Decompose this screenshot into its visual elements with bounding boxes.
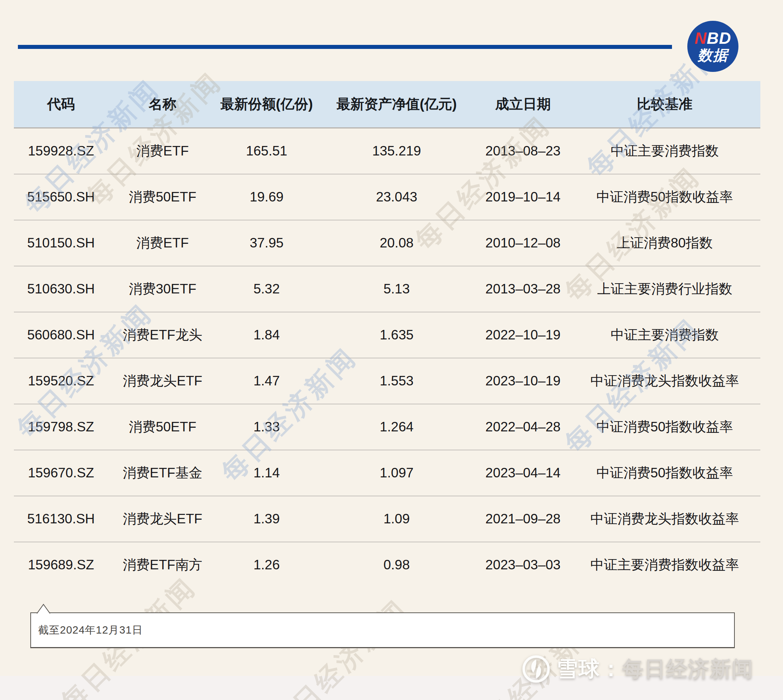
cell-code: 510630.SH	[14, 282, 108, 297]
cell-shares: 5.32	[217, 282, 316, 297]
cell-shares: 1.26	[217, 557, 316, 573]
cell-shares: 1.39	[217, 511, 316, 527]
cell-code: 159689.SZ	[14, 557, 108, 573]
cell-nav: 20.08	[316, 235, 477, 251]
table-row: 516130.SH 消费龙头ETF 1.39 1.09 2021–09–28 中…	[14, 497, 760, 542]
cell-date: 2013–08–23	[477, 143, 569, 159]
table-row: 515650.SH 消费50ETF 19.69 23.043 2019–10–1…	[14, 175, 760, 220]
xueqiu-logo-icon	[521, 654, 551, 683]
col-header-code: 代码	[14, 95, 108, 113]
cell-code: 516130.SH	[14, 511, 108, 527]
cell-code: 159798.SZ	[14, 419, 108, 435]
cell-benchmark: 中证消费50指数收益率	[569, 464, 760, 482]
table-row: 159928.SZ 消费ETF 165.51 135.219 2013–08–2…	[14, 128, 760, 175]
cell-date: 2022–10–19	[477, 327, 569, 343]
infographic-canvas: NBD 数据 代码 名称 最新份额(亿份) 最新资产净值(亿元) 成立日期 比较…	[0, 0, 783, 700]
cell-benchmark: 中证消费龙头指数收益率	[569, 510, 760, 528]
table-row: 510630.SH 消费30ETF 5.32 5.13 2013–03–28 上…	[14, 267, 760, 312]
cell-benchmark: 中证消费50指数收益率	[569, 418, 760, 436]
col-header-benchmark: 比较基准	[569, 95, 760, 113]
cell-nav: 1.09	[316, 511, 477, 527]
cell-name: 消费ETF南方	[108, 556, 217, 574]
cell-nav: 0.98	[316, 557, 477, 573]
source-watermark-text: 雪球：每日经济新闻	[557, 655, 754, 683]
table-header-row: 代码 名称 最新份额(亿份) 最新资产净值(亿元) 成立日期 比较基准	[14, 81, 760, 128]
cell-name: 消费50ETF	[108, 418, 217, 436]
cell-nav: 1.097	[316, 465, 477, 481]
cell-code: 560680.SH	[14, 327, 108, 343]
cell-shares: 165.51	[217, 143, 316, 159]
cell-shares: 1.84	[217, 327, 316, 343]
table-row: 159670.SZ 消费ETF基金 1.14 1.097 2023–04–14 …	[14, 450, 760, 497]
cell-shares: 1.47	[217, 373, 316, 389]
col-header-shares: 最新份额(亿份)	[217, 95, 316, 113]
table-row: 560680.SH 消费ETF龙头 1.84 1.635 2022–10–19 …	[14, 312, 760, 358]
cell-code: 159520.SZ	[14, 373, 108, 389]
source-watermark: 雪球：每日经济新闻	[521, 654, 754, 683]
cell-name: 消费50ETF	[108, 188, 217, 206]
cell-nav: 23.043	[316, 189, 477, 205]
nbd-data-badge: NBD 数据	[687, 21, 738, 72]
source-name: 每日经济新闻	[622, 657, 754, 680]
cell-code: 159670.SZ	[14, 465, 108, 481]
cell-name: 消费龙头ETF	[108, 372, 217, 390]
cell-code: 515650.SH	[14, 189, 108, 205]
col-header-date: 成立日期	[477, 95, 569, 113]
nbd-letter-n: N	[695, 29, 707, 47]
cell-name: 消费ETF基金	[108, 464, 217, 482]
cell-benchmark: 中证主要消费指数收益率	[569, 556, 760, 574]
cell-code: 159928.SZ	[14, 143, 108, 159]
cell-nav: 1.553	[316, 373, 477, 389]
cell-benchmark: 中证消费50指数收益率	[569, 188, 760, 206]
footnote-box: 截至2024年12月31日	[30, 612, 735, 648]
cell-benchmark: 中证主要消费指数	[569, 326, 760, 344]
cell-nav: 1.264	[316, 419, 477, 435]
cell-date: 2023–10–19	[477, 373, 569, 389]
cell-name: 消费龙头ETF	[108, 510, 217, 528]
cell-date: 2022–04–28	[477, 419, 569, 435]
cell-date: 2023–04–14	[477, 465, 569, 481]
nbd-badge-title: NBD	[695, 30, 731, 47]
cell-date: 2013–03–28	[477, 282, 569, 297]
col-header-nav: 最新资产净值(亿元)	[316, 95, 477, 113]
cell-name: 消费30ETF	[108, 280, 217, 298]
cell-name: 消费ETF	[108, 234, 217, 252]
cell-benchmark: 中证主要消费指数	[569, 142, 760, 160]
table-row: 159689.SZ 消费ETF南方 1.26 0.98 2023–03–03 中…	[14, 542, 760, 588]
table-row: 159798.SZ 消费50ETF 1.33 1.264 2022–04–28 …	[14, 404, 760, 450]
footnote-text: 截至2024年12月31日	[38, 623, 143, 638]
cell-date: 2021–09–28	[477, 511, 569, 527]
cell-nav: 5.13	[316, 282, 477, 297]
cell-nav: 135.219	[316, 143, 477, 159]
cell-date: 2023–03–03	[477, 557, 569, 573]
nbd-badge-subtitle: 数据	[698, 47, 728, 63]
cell-code: 510150.SH	[14, 235, 108, 251]
brand-rule	[18, 45, 672, 49]
nbd-letters-bd: BD	[707, 29, 731, 47]
col-header-name: 名称	[108, 95, 217, 113]
cell-date: 2010–12–08	[477, 235, 569, 251]
cell-benchmark: 上证消费80指数	[569, 234, 760, 252]
table-row: 510150.SH 消费ETF 37.95 20.08 2010–12–08 上…	[14, 220, 760, 267]
cell-name: 消费ETF	[108, 142, 217, 160]
xueqiu-label: 雪球：	[557, 657, 622, 680]
cell-name: 消费ETF龙头	[108, 326, 217, 344]
footnote-pointer	[35, 603, 52, 613]
table-row: 159520.SZ 消费龙头ETF 1.47 1.553 2023–10–19 …	[14, 358, 760, 404]
cell-benchmark: 中证消费龙头指数收益率	[569, 372, 760, 390]
cell-shares: 1.14	[217, 465, 316, 481]
cell-benchmark: 上证主要消费行业指数	[569, 280, 760, 298]
cell-nav: 1.635	[316, 327, 477, 343]
cell-shares: 37.95	[217, 235, 316, 251]
cell-shares: 19.69	[217, 189, 316, 205]
cell-shares: 1.33	[217, 419, 316, 435]
cell-date: 2019–10–14	[477, 189, 569, 205]
etf-table: 代码 名称 最新份额(亿份) 最新资产净值(亿元) 成立日期 比较基准 1599…	[14, 81, 760, 588]
